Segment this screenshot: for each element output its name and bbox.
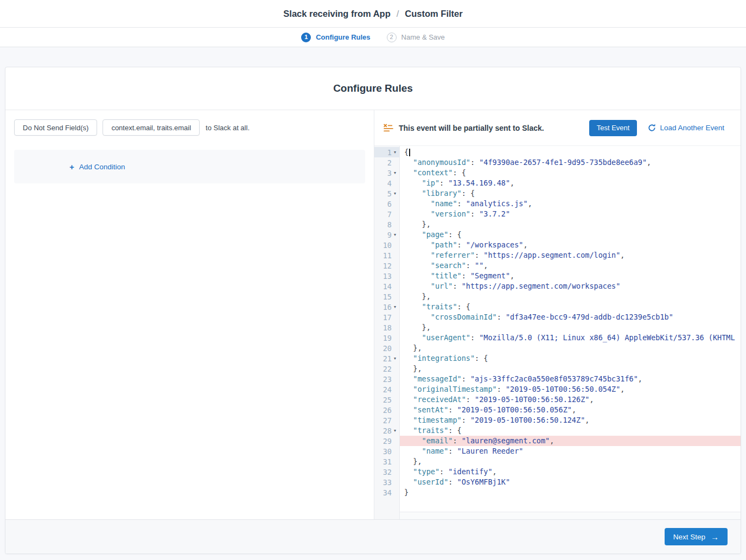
json-punctuation: ,	[589, 395, 594, 404]
code-line[interactable]: "crossDomainId": "df3a47ee-bcc9-479d-add…	[404, 312, 741, 322]
json-key: "url"	[431, 282, 453, 290]
line-number: 34	[383, 488, 392, 497]
json-punctuation: : {	[462, 189, 475, 198]
code-line[interactable]: "sentAt": "2019-05-10T00:56:50.056Z",	[404, 405, 741, 415]
json-punctuation: ,	[638, 374, 642, 383]
code-line[interactable]: "search": "",	[404, 260, 741, 271]
rule-fields-button[interactable]: context.email, traits.email	[103, 119, 200, 136]
code-line[interactable]: "library": {	[404, 188, 741, 199]
gutter-line: 33	[374, 477, 399, 487]
test-event-button[interactable]: Test Event	[589, 120, 637, 136]
code-line[interactable]: "integrations": {	[404, 353, 741, 364]
gutter-line: 28▾	[374, 425, 399, 436]
json-value: "3.7.2"	[479, 209, 510, 218]
code-line[interactable]: "messageId": "ajs-33ffc2ac0a550e8f053789…	[404, 374, 741, 384]
json-punctuation: },	[422, 323, 431, 332]
gutter-line: 20	[374, 343, 399, 353]
fold-arrow-icon[interactable]: ▾	[392, 150, 398, 155]
code-line[interactable]: "traits": {	[404, 425, 741, 436]
code-line[interactable]: "ip": "13.54.169.48",	[404, 178, 741, 188]
fold-arrow-icon[interactable]: ▾	[392, 191, 398, 196]
code-line[interactable]: "url": "https://app.segment.com/workspac…	[404, 281, 741, 291]
line-number: 12	[383, 262, 392, 270]
code-line[interactable]: "userAgent": "Mozilla/5.0 (X11; Linux x8…	[404, 333, 741, 343]
code-line[interactable]: },	[404, 364, 741, 374]
json-punctuation: :	[470, 209, 479, 218]
json-punctuation: :	[452, 436, 461, 445]
json-event-editor[interactable]: 1▾23▾45▾6789▾10111213141516▾1718192021▾2…	[374, 145, 741, 519]
text-cursor	[409, 149, 410, 156]
code-line[interactable]: },	[404, 343, 741, 353]
line-number: 28	[383, 427, 392, 435]
rule-action-button[interactable]: Do Not Send Field(s)	[14, 119, 97, 136]
fold-arrow-icon[interactable]: ▾	[392, 232, 398, 237]
fold-arrow-icon[interactable]: ▾	[392, 428, 398, 433]
code-line[interactable]: "title": "Segment",	[404, 271, 741, 281]
code-line[interactable]: "email": "lauren@segment.com",	[400, 436, 741, 446]
gutter-line: 31	[374, 456, 399, 467]
line-number: 7	[387, 210, 392, 219]
code-line[interactable]: "anonymousId": "4f9390ae-2657-4fe1-9d95-…	[404, 157, 741, 168]
json-value: "Mozilla/5.0 (X11; Linux x86_64) AppleWe…	[479, 333, 735, 342]
fold-arrow-icon[interactable]: ▾	[392, 170, 398, 175]
breadcrumb-separator: /	[397, 9, 399, 19]
json-key: "crossDomainId"	[431, 313, 497, 321]
code-line[interactable]: "name": "Lauren Reeder"	[404, 446, 741, 456]
event-preview-panel: This event will be partially sent to Sla…	[374, 110, 741, 519]
code-line[interactable]: },	[404, 219, 741, 230]
code-line[interactable]: "name": "analytics.js",	[404, 199, 741, 209]
editor-horizontal-scrollbar[interactable]	[400, 512, 741, 519]
step-configure-rules[interactable]: 1 Configure Rules	[301, 33, 370, 42]
code-line[interactable]: },	[404, 322, 741, 333]
add-condition-button[interactable]: + Add Condition	[69, 163, 125, 171]
code-line[interactable]: },	[404, 291, 741, 302]
json-value: "df3a47ee-bcc9-479d-addb-dc1239e5cb1b"	[506, 313, 673, 321]
gutter-line: 27	[374, 415, 399, 425]
json-key: "userAgent"	[422, 333, 470, 342]
json-punctuation: :	[466, 261, 475, 270]
arrow-right-icon: →	[711, 533, 719, 541]
line-number: 26	[383, 406, 392, 415]
code-line[interactable]: "originalTimestamp": "2019-05-10T00:56:5…	[404, 384, 741, 394]
json-punctuation: ,	[620, 385, 624, 393]
code-line[interactable]: },	[404, 456, 741, 467]
configure-rules-card: Configure Rules Do Not Send Field(s) con…	[5, 67, 741, 554]
json-key: "title"	[431, 271, 462, 280]
code-line[interactable]: "timestamp": "2019-05-10T00:56:50.124Z",	[404, 415, 741, 425]
code-line[interactable]: "userId": "OsY6MFBj1K"	[404, 477, 741, 487]
code-line[interactable]: }	[404, 487, 741, 498]
code-line[interactable]: "traits": {	[404, 302, 741, 312]
code-line[interactable]: "receivedAt": "2019-05-10T00:56:50.126Z"…	[404, 394, 741, 405]
json-punctuation: : {	[457, 302, 470, 311]
load-another-event-link[interactable]: Load Another Event	[648, 124, 724, 132]
json-punctuation: },	[422, 292, 431, 301]
json-punctuation: ,	[620, 251, 624, 259]
gutter-line: 34	[374, 487, 399, 498]
json-punctuation: ,	[528, 199, 532, 208]
event-status-message: This event will be partially sent to Sla…	[399, 124, 589, 132]
code-line[interactable]: "referrer": "https://app.segment.com/log…	[404, 250, 741, 260]
code-line[interactable]: "page": {	[404, 230, 741, 240]
fold-arrow-icon[interactable]: ▾	[392, 304, 398, 309]
json-value: ""	[475, 261, 483, 270]
line-number: 18	[383, 323, 392, 332]
fold-arrow-icon[interactable]: ▾	[392, 356, 398, 361]
partial-event-icon	[384, 124, 393, 132]
code-line[interactable]: "version": "3.7.2"	[404, 209, 741, 219]
json-punctuation: ,	[510, 179, 514, 187]
line-number: 27	[383, 416, 392, 425]
code-line[interactable]: "path": "/workspaces",	[404, 240, 741, 250]
gutter-line: 12	[374, 260, 399, 271]
code-line[interactable]: {	[404, 147, 741, 157]
next-step-button[interactable]: Next Step →	[665, 528, 728, 545]
code-line[interactable]: "type": "identify",	[404, 467, 741, 477]
gutter-line: 30	[374, 446, 399, 456]
editor-code[interactable]: { "anonymousId": "4f9390ae-2657-4fe1-9d9…	[400, 146, 741, 512]
step-name-and-save[interactable]: 2 Name & Save	[387, 33, 445, 42]
editor-gutter: 1▾23▾45▾6789▾10111213141516▾1718192021▾2…	[374, 146, 400, 519]
json-value: "13.54.169.48"	[448, 179, 510, 187]
line-number: 25	[383, 396, 392, 404]
gutter-line: 22	[374, 364, 399, 374]
code-line[interactable]: "context": {	[404, 168, 741, 178]
load-another-event-label: Load Another Event	[660, 124, 724, 132]
